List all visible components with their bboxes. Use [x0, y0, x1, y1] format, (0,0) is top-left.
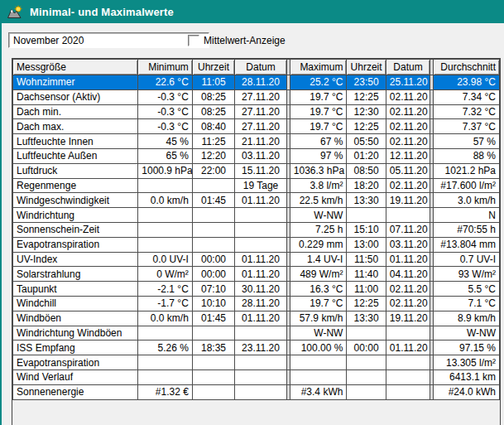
- cell-datum-min[interactable]: 01.11.20: [235, 267, 287, 282]
- cell-durchschnitt[interactable]: W-NW: [434, 326, 500, 340]
- cell-uhrzeit-max[interactable]: 01:20: [347, 148, 386, 163]
- cell-datum-max[interactable]: 07.11.20: [386, 222, 430, 237]
- cell-uhrzeit-max[interactable]: 18:20: [347, 178, 386, 193]
- cell-minimum[interactable]: [138, 369, 193, 384]
- cell-datum-min[interactable]: 19 Tage: [235, 178, 287, 193]
- cell-uhrzeit-max[interactable]: 11:40: [347, 267, 386, 282]
- cell-datum-min[interactable]: [235, 326, 287, 340]
- table-row[interactable]: Windböen0.0 km/h01:4501.11.2057.9 km/h13…: [13, 311, 500, 326]
- cell-minimum[interactable]: 1000.9 hPa: [138, 163, 193, 178]
- cell-datum-min[interactable]: 23.11.20: [235, 340, 287, 355]
- cell-messgroesse[interactable]: Windrichtung: [13, 208, 138, 223]
- cell-datum-min[interactable]: 15.11.20: [235, 163, 287, 178]
- cell-uhrzeit-max[interactable]: 12:25: [347, 296, 386, 311]
- cell-datum-max[interactable]: 02.11.20: [386, 134, 430, 149]
- cell-datum-max[interactable]: 02.11.20: [386, 104, 430, 119]
- cell-maximum[interactable]: 19.7 °C: [290, 119, 347, 134]
- cell-uhrzeit-min[interactable]: 01:45: [192, 193, 234, 208]
- cell-messgroesse[interactable]: Windrichtung Windböen: [13, 326, 138, 340]
- cell-messgroesse[interactable]: Luftdruck: [13, 163, 138, 178]
- cell-datum-min[interactable]: [235, 208, 287, 223]
- cell-maximum[interactable]: #3.4 kWh: [290, 384, 347, 399]
- cell-uhrzeit-min[interactable]: 08:40: [192, 119, 234, 134]
- cell-uhrzeit-max[interactable]: 13:00: [347, 237, 386, 252]
- cell-datum-min[interactable]: 30.11.20: [235, 282, 287, 297]
- cell-maximum[interactable]: 3.8 l/m²: [290, 178, 347, 193]
- cell-minimum[interactable]: [138, 178, 193, 193]
- cell-messgroesse[interactable]: Windchill: [13, 296, 138, 311]
- cell-datum-min[interactable]: [235, 369, 287, 384]
- cell-durchschnitt[interactable]: 6413.1 km: [434, 369, 500, 384]
- table-row[interactable]: Windchill-1.7 °C10:1028.11.2019.7 °C12:2…: [13, 296, 500, 311]
- cell-durchschnitt[interactable]: 1021.2 hPa: [434, 163, 500, 178]
- column-header-uhrzeit-max[interactable]: Uhrzeit: [347, 60, 386, 75]
- cell-maximum[interactable]: 0.229 mm: [290, 237, 347, 252]
- cell-messgroesse[interactable]: Luftfeuchte Innen: [13, 134, 138, 149]
- cell-datum-max[interactable]: 01.11.20: [386, 340, 430, 355]
- cell-maximum[interactable]: 16.3 °C: [290, 282, 347, 297]
- cell-messgroesse[interactable]: Dach max.: [13, 119, 138, 134]
- cell-durchschnitt[interactable]: 97.15 %: [434, 340, 500, 355]
- table-row[interactable]: Sonnenenergie#1.32 €#3.4 kWh#24.0 kWh: [13, 384, 500, 399]
- cell-datum-min[interactable]: 21.11.20: [235, 134, 287, 149]
- cell-uhrzeit-max[interactable]: 12:25: [347, 119, 386, 134]
- cell-maximum[interactable]: W-NW: [290, 326, 347, 340]
- mittelwert-checkbox[interactable]: [188, 35, 199, 46]
- cell-durchschnitt[interactable]: 5.5 °C: [434, 282, 500, 297]
- cell-maximum[interactable]: 1.4 UV-I: [290, 252, 347, 267]
- cell-maximum[interactable]: [290, 355, 347, 370]
- cell-minimum[interactable]: -1.7 °C: [138, 296, 193, 311]
- cell-datum-max[interactable]: 02.11.20: [386, 282, 430, 297]
- period-input[interactable]: [8, 32, 209, 48]
- table-row[interactable]: Sonnenschein-Zeit7.25 h15:1007.11.20#70:…: [13, 222, 500, 237]
- cell-messgroesse[interactable]: Wohnzimmer: [13, 75, 138, 90]
- table-row[interactable]: Regenmenge19 Tage3.8 l/m²18:2002.11.20#1…: [13, 178, 500, 193]
- cell-messgroesse[interactable]: Taupunkt: [13, 282, 138, 297]
- cell-minimum[interactable]: [138, 326, 193, 340]
- cell-durchschnitt[interactable]: #17.600 l/m²: [434, 178, 500, 193]
- cell-minimum[interactable]: -0.3 °C: [138, 119, 193, 134]
- cell-datum-max[interactable]: 02.11.20: [386, 296, 430, 311]
- cell-maximum[interactable]: 489 W/m²: [290, 267, 347, 282]
- cell-datum-min[interactable]: 27.11.20: [235, 89, 287, 104]
- table-row[interactable]: Luftfeuchte Innen45 %11:2521.11.2067 %05…: [13, 134, 500, 149]
- cell-minimum[interactable]: [138, 237, 193, 252]
- cell-uhrzeit-max[interactable]: 11:00: [347, 282, 386, 297]
- cell-maximum[interactable]: 19.7 °C: [290, 89, 347, 104]
- cell-datum-max[interactable]: [386, 208, 430, 223]
- cell-minimum[interactable]: #1.32 €: [138, 384, 193, 399]
- cell-messgroesse[interactable]: Dachsensor (Aktiv): [13, 89, 138, 104]
- cell-datum-max[interactable]: 04.11.20: [386, 267, 430, 282]
- cell-uhrzeit-min[interactable]: 12:20: [192, 148, 234, 163]
- cell-durchschnitt[interactable]: 23.98 °C: [434, 75, 500, 90]
- cell-maximum[interactable]: 100.00 %: [290, 340, 347, 355]
- cell-minimum[interactable]: 5.26 %: [138, 340, 193, 355]
- cell-maximum[interactable]: 22.5 km/h: [290, 193, 347, 208]
- cell-uhrzeit-max[interactable]: [347, 355, 386, 370]
- cell-uhrzeit-min[interactable]: [192, 208, 234, 223]
- cell-datum-max[interactable]: [386, 369, 430, 384]
- cell-uhrzeit-max[interactable]: 05:50: [347, 134, 386, 149]
- cell-datum-max[interactable]: [386, 384, 430, 399]
- cell-uhrzeit-max[interactable]: 15:10: [347, 222, 386, 237]
- cell-maximum[interactable]: 97 %: [290, 148, 347, 163]
- cell-uhrzeit-min[interactable]: [192, 384, 234, 399]
- cell-minimum[interactable]: 0.0 km/h: [138, 311, 193, 326]
- cell-uhrzeit-max[interactable]: [347, 384, 386, 399]
- cell-durchschnitt[interactable]: 93 W/m²: [434, 267, 500, 282]
- cell-durchschnitt[interactable]: 0.7 UV-I: [434, 252, 500, 267]
- cell-uhrzeit-min[interactable]: [192, 222, 234, 237]
- cell-uhrzeit-max[interactable]: [347, 208, 386, 223]
- cell-datum-max[interactable]: 05.11.20: [386, 163, 430, 178]
- table-row[interactable]: Luftfeuchte Außen65 %12:2003.11.2097 %01…: [13, 148, 500, 163]
- cell-durchschnitt[interactable]: 8.9 km/h: [434, 311, 500, 326]
- cell-uhrzeit-min[interactable]: 00:00: [192, 252, 234, 267]
- cell-datum-min[interactable]: [235, 222, 287, 237]
- cell-durchschnitt[interactable]: 3.0 km/h: [434, 193, 500, 208]
- cell-maximum[interactable]: 57.9 km/h: [290, 311, 347, 326]
- cell-messgroesse[interactable]: UV-Index: [13, 252, 138, 267]
- cell-datum-min[interactable]: 27.11.20: [235, 104, 287, 119]
- cell-uhrzeit-min[interactable]: 10:10: [192, 296, 234, 311]
- cell-datum-min[interactable]: 28.11.20: [235, 296, 287, 311]
- cell-datum-min[interactable]: 01.11.20: [235, 193, 287, 208]
